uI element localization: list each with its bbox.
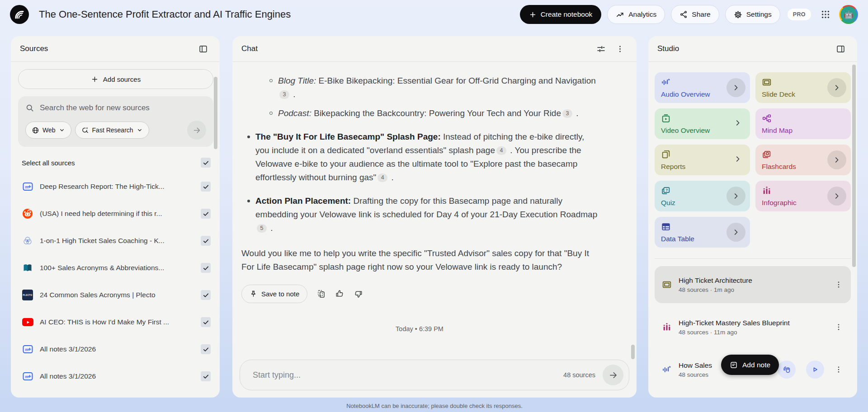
studio-tile-quiz[interactable]: ?Quiz	[655, 181, 750, 211]
audio-overview-icon	[662, 365, 672, 375]
search-icon	[25, 103, 34, 112]
source-row[interactable]: mDeep Research Report: The High-Tick...	[18, 173, 213, 200]
chevron-right-icon[interactable]	[827, 78, 846, 97]
citation-chip[interactable]: 4	[496, 146, 506, 155]
source-title: 1-on-1 High Ticket Sales Coaching - K...	[40, 237, 194, 245]
studio-tile-reports[interactable]: Reports	[655, 145, 750, 175]
settings-button[interactable]: Settings	[725, 5, 780, 24]
artifact-more-menu-icon[interactable]	[831, 319, 846, 335]
chevron-right-icon[interactable]	[726, 187, 745, 206]
web-filter-dropdown[interactable]: Web	[25, 122, 71, 139]
play-button[interactable]	[806, 360, 824, 379]
source-title: Deep Research Report: The High-Tick...	[40, 183, 194, 191]
mind-map-icon	[762, 113, 772, 123]
studio-tile-infographic[interactable]: Infographic	[755, 181, 851, 211]
svg-text:m: m	[25, 347, 28, 352]
chat-settings-icon[interactable]	[593, 41, 609, 56]
reports-icon	[661, 150, 671, 159]
search-input[interactable]: Search the web for new sources	[25, 103, 206, 112]
source-row[interactable]: mAll notes 3/1/2026	[18, 336, 213, 363]
studio-artifact-row[interactable]: High Ticket Architecture48 sources · 1m …	[655, 266, 851, 303]
research-mode-dropdown[interactable]: Fast Research	[75, 122, 149, 139]
share-button[interactable]: Share	[671, 5, 719, 24]
chevron-right-icon[interactable]	[726, 78, 745, 97]
source-checkbox[interactable]	[201, 182, 211, 192]
studio-artifact-list: High Ticket Architecture48 sources · 1m …	[655, 266, 851, 398]
artifact-more-menu-icon[interactable]	[831, 277, 846, 292]
chat-message-area[interactable]: Blog Title: E-Bike Bikepacking: Essentia…	[232, 62, 637, 339]
chevron-right-icon[interactable]	[734, 155, 742, 165]
search-submit-button[interactable]	[187, 121, 206, 140]
studio-tile-mind-map[interactable]: Mind Map	[755, 108, 851, 139]
studio-tile-data-table[interactable]: Data Table	[655, 217, 750, 248]
chat-list-item: The "Buy It For Life Basecamp" Splash Pa…	[241, 130, 598, 184]
chevron-right-icon[interactable]	[726, 223, 745, 242]
source-checkbox[interactable]	[201, 209, 211, 219]
studio-artifact-row[interactable]: How closely should my use of High...	[655, 393, 851, 398]
notebooklm-logo-icon[interactable]	[10, 5, 29, 24]
studio-tile-audio-overview[interactable]: Audio Overview	[655, 72, 750, 103]
citation-chip[interactable]: 4	[377, 173, 387, 182]
source-checkbox[interactable]	[201, 236, 211, 246]
thumbs-up-icon[interactable]	[335, 289, 344, 299]
studio-artifact-row[interactable]: High-Ticket Mastery Sales Blueprint48 so…	[655, 309, 851, 346]
infographic-icon	[762, 186, 772, 196]
avatar[interactable]: 🤖	[839, 5, 858, 24]
studio-scrollbar[interactable]	[852, 65, 856, 267]
source-row[interactable]: 1-on-1 High Ticket Sales Coaching - K...	[18, 227, 213, 254]
analytics-button[interactable]: Analytics	[607, 5, 665, 24]
source-checkbox[interactable]	[201, 317, 211, 327]
chat-more-menu-icon[interactable]	[612, 41, 627, 56]
chevron-right-icon[interactable]	[734, 119, 742, 129]
select-all-label: Select all sources	[22, 159, 75, 167]
thumbs-down-icon[interactable]	[354, 289, 363, 299]
collapse-sources-panel-icon[interactable]	[195, 41, 211, 56]
studio-tile-video-overview[interactable]: Video Overview	[655, 108, 750, 139]
send-button[interactable]	[603, 365, 623, 385]
source-row[interactable]: AI CEO: THIS is How I'd Make My First ..…	[18, 309, 213, 336]
web-search-card: Search the web for new sources Web Fast …	[18, 96, 213, 147]
note-add-icon	[730, 361, 738, 369]
chevron-right-icon[interactable]	[827, 187, 846, 206]
chat-input[interactable]: Start typing... 48 sources	[240, 360, 629, 390]
collapse-studio-panel-icon[interactable]	[833, 41, 848, 56]
studio-header: Studio	[657, 44, 679, 53]
source-row[interactable]: mAll notes 3/1/2026	[18, 363, 213, 390]
source-list: mDeep Research Report: The High-Tick...(…	[18, 173, 213, 390]
citation-chip[interactable]: 5	[257, 224, 267, 233]
source-row[interactable]: PLECTO24 Common Sales Acronyms | Plecto	[18, 281, 213, 309]
add-note-button[interactable]: Add note	[721, 355, 779, 375]
interactive-mode-button[interactable]	[778, 360, 796, 379]
chevron-right-icon[interactable]	[827, 150, 846, 169]
studio-tile-flashcards[interactable]: Flashcards	[755, 145, 851, 175]
chat-list-item: Blog Title: E-Bike Bikepacking: Essentia…	[241, 74, 598, 101]
source-checkbox[interactable]	[201, 371, 211, 381]
source-checkbox[interactable]	[201, 344, 211, 354]
source-row[interactable]: 100+ Sales Acronyms & Abbreviations...	[18, 254, 213, 281]
add-sources-button[interactable]: Add sources	[18, 69, 213, 89]
notebook-title[interactable]: The One-Sentence Profit Extractor and AI…	[39, 9, 291, 20]
chat-list-item: Podcast: Bikepacking the Backcountry: Po…	[241, 107, 598, 120]
citation-chip[interactable]: 3	[279, 90, 289, 99]
copy-icon[interactable]	[316, 289, 326, 299]
data-table-icon	[661, 222, 671, 232]
select-all-checkbox[interactable]	[201, 158, 211, 168]
tile-label: Infographic	[762, 199, 797, 207]
source-checkbox[interactable]	[201, 263, 211, 273]
create-notebook-button[interactable]: Create notebook	[520, 5, 602, 24]
artifact-title: High Ticket Architecture	[679, 276, 824, 285]
save-to-note-button[interactable]: Save to note	[241, 285, 307, 303]
chat-scrollbar[interactable]	[631, 345, 635, 359]
artifact-more-menu-icon[interactable]	[831, 362, 846, 377]
book-icon	[22, 262, 33, 273]
apps-grid-icon[interactable]	[818, 7, 833, 22]
tile-label: Flashcards	[762, 163, 796, 171]
flashcards-icon	[762, 150, 772, 159]
studio-tile-slide-deck[interactable]: Slide Deck	[755, 72, 851, 103]
citation-chip[interactable]: 3	[562, 109, 572, 118]
plus-icon	[91, 75, 99, 83]
source-row[interactable]: (USA) I need help determining if this r.…	[18, 200, 213, 227]
audio-overview-icon	[661, 77, 671, 87]
source-checkbox[interactable]	[201, 290, 211, 300]
sources-scrollbar[interactable]	[214, 77, 217, 149]
